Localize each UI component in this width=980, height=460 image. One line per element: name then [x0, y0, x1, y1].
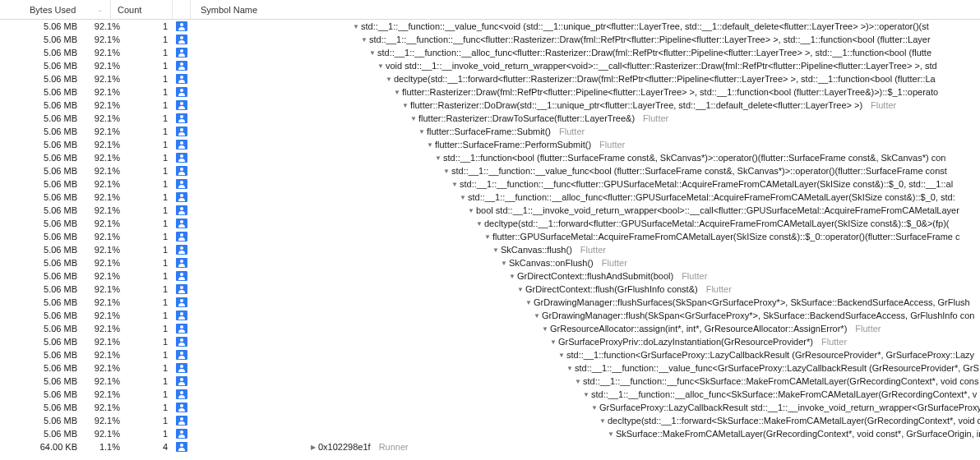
disclosure-open-icon[interactable]: [557, 351, 566, 359]
disclosure-open-icon[interactable]: [467, 206, 475, 214]
cell-source-icon[interactable]: [173, 363, 191, 373]
disclosure-open-icon[interactable]: [574, 377, 582, 385]
table-row[interactable]: 5.06 MB92.1%1SkCanvas::flush()Flutter: [0, 243, 980, 256]
column-header-count[interactable]: Count: [111, 0, 173, 19]
disclosure-open-icon[interactable]: [401, 101, 409, 109]
table-row[interactable]: 5.06 MB92.1%1GrDirectContext::flush(GrFl…: [0, 283, 980, 296]
cell-source-icon[interactable]: [173, 179, 191, 189]
cell-source-icon[interactable]: [173, 416, 191, 426]
disclosure-open-icon[interactable]: [385, 75, 393, 83]
disclosure-open-icon[interactable]: [377, 62, 385, 70]
disclosure-open-icon[interactable]: [590, 403, 599, 412]
disclosure-open-icon[interactable]: [566, 364, 574, 372]
table-row[interactable]: 5.06 MB92.1%1GrResourceAllocator::assign…: [0, 322, 980, 335]
cell-source-icon[interactable]: [173, 389, 191, 399]
cell-source-icon[interactable]: [173, 192, 191, 202]
disclosure-closed-icon[interactable]: [309, 443, 317, 451]
cell-source-icon[interactable]: [173, 245, 191, 255]
cell-source-icon[interactable]: [173, 376, 191, 386]
table-row[interactable]: 5.06 MB92.1%1std::__1::__function::__fun…: [0, 33, 980, 46]
cell-source-icon[interactable]: [173, 218, 191, 228]
disclosure-open-icon[interactable]: [352, 22, 360, 30]
cell-source-icon[interactable]: [173, 232, 191, 242]
disclosure-open-icon[interactable]: [549, 338, 557, 346]
cell-source-icon[interactable]: [173, 100, 191, 110]
cell-source-icon[interactable]: [173, 140, 191, 150]
disclosure-open-icon[interactable]: [607, 430, 615, 438]
table-row[interactable]: 5.06 MB92.1%1std::__1::__function::__val…: [0, 164, 980, 177]
disclosure-open-icon[interactable]: [475, 219, 483, 228]
disclosure-open-icon[interactable]: [525, 298, 533, 306]
disclosure-open-icon[interactable]: [508, 272, 516, 280]
table-row[interactable]: 5.06 MB92.1%1GrDrawingManager::flushSurf…: [0, 296, 980, 309]
cell-source-icon[interactable]: [173, 429, 191, 439]
cell-source-icon[interactable]: [173, 297, 191, 307]
table-row[interactable]: 5.06 MB92.1%1std::__1::function<bool (fl…: [0, 151, 980, 164]
table-row[interactable]: 5.06 MB92.1%1std::__1::__function::__fun…: [0, 375, 980, 388]
cell-source-icon[interactable]: [173, 166, 191, 176]
disclosure-open-icon[interactable]: [451, 180, 459, 188]
table-row[interactable]: 5.06 MB92.1%1flutter::Rasterizer::DrawTo…: [0, 112, 980, 125]
disclosure-open-icon[interactable]: [492, 246, 500, 254]
cell-source-icon[interactable]: [173, 337, 191, 347]
table-row[interactable]: 5.06 MB92.1%1std::__1::function<GrSurfac…: [0, 348, 980, 361]
table-row[interactable]: 5.06 MB92.1%1SkSurface::MakeFromCAMetalL…: [0, 427, 980, 440]
disclosure-open-icon[interactable]: [360, 35, 368, 44]
cell-source-icon[interactable]: [173, 34, 191, 44]
table-row[interactable]: 5.06 MB92.1%1GrSurfaceProxy::LazyCallbac…: [0, 401, 980, 414]
disclosure-open-icon[interactable]: [368, 48, 377, 57]
table-row[interactable]: 5.06 MB92.1%1std::__1::__function::__all…: [0, 191, 980, 204]
cell-source-icon[interactable]: [173, 324, 191, 334]
cell-source-icon[interactable]: [173, 74, 191, 84]
cell-source-icon[interactable]: [173, 310, 191, 320]
table-row[interactable]: 5.06 MB92.1%1std::__1::__function::__fun…: [0, 177, 980, 191]
disclosure-open-icon[interactable]: [442, 167, 451, 175]
table-row[interactable]: 5.06 MB92.1%1flutter::Rasterizer::Draw(f…: [0, 85, 980, 99]
disclosure-open-icon[interactable]: [533, 311, 541, 320]
table-row[interactable]: 5.06 MB92.1%1std::__1::__function::__all…: [0, 388, 980, 401]
cell-source-icon[interactable]: [173, 87, 191, 97]
table-row[interactable]: 5.06 MB92.1%1std::__1::__function::__val…: [0, 361, 980, 375]
table-row[interactable]: 5.06 MB92.1%1void std::__1::__invoke_voi…: [0, 59, 980, 72]
disclosure-open-icon[interactable]: [516, 285, 525, 293]
cell-source-icon[interactable]: [173, 48, 191, 58]
table-row[interactable]: 5.06 MB92.1%1std::__1::__function::__val…: [0, 20, 980, 33]
disclosure-open-icon[interactable]: [393, 88, 401, 96]
table-row[interactable]: 5.06 MB92.1%1GrDrawingManager::flush(SkS…: [0, 309, 980, 322]
cell-source-icon[interactable]: [173, 284, 191, 294]
cell-source-icon[interactable]: [173, 442, 191, 452]
cell-source-icon[interactable]: [173, 205, 191, 215]
table-row[interactable]: 5.06 MB92.1%1flutter::GPUSurfaceMetal::A…: [0, 230, 980, 243]
cell-source-icon[interactable]: [173, 61, 191, 71]
disclosure-open-icon[interactable]: [409, 114, 418, 122]
disclosure-open-icon[interactable]: [418, 127, 426, 136]
table-row[interactable]: 5.06 MB92.1%1flutter::SurfaceFrame::Perf…: [0, 138, 980, 151]
table-row[interactable]: 5.06 MB92.1%1SkCanvas::onFlush()Flutter: [0, 256, 980, 269]
table-row[interactable]: 5.06 MB92.1%1decltype(std::__1::forward<…: [0, 217, 980, 230]
cell-source-icon[interactable]: [173, 113, 191, 123]
disclosure-open-icon[interactable]: [500, 259, 508, 267]
cell-source-icon[interactable]: [173, 21, 191, 31]
disclosure-open-icon[interactable]: [541, 324, 549, 333]
table-row[interactable]: 5.06 MB92.1%1GrSurfaceProxyPriv::doLazyI…: [0, 335, 980, 348]
cell-source-icon[interactable]: [173, 258, 191, 268]
cell-source-icon[interactable]: [173, 126, 191, 136]
cell-source-icon[interactable]: [173, 153, 191, 163]
column-header-bytes[interactable]: Bytes Used ⌄: [0, 0, 111, 19]
table-row[interactable]: 5.06 MB92.1%1std::__1::__function::__all…: [0, 46, 980, 59]
cell-source-icon[interactable]: [173, 350, 191, 360]
table-row[interactable]: 64.00 KB1.1%40x102298e1fRunner: [0, 440, 980, 453]
disclosure-open-icon[interactable]: [483, 232, 492, 241]
column-header-symbol[interactable]: Symbol Name: [191, 0, 980, 19]
table-row[interactable]: 5.06 MB92.1%1GrDirectContext::flushAndSu…: [0, 269, 980, 283]
cell-source-icon[interactable]: [173, 402, 191, 412]
table-row[interactable]: 5.06 MB92.1%1bool std::__1::__invoke_voi…: [0, 204, 980, 217]
disclosure-open-icon[interactable]: [434, 154, 442, 162]
disclosure-open-icon[interactable]: [599, 416, 607, 425]
disclosure-open-icon[interactable]: [459, 193, 467, 201]
column-header-icon[interactable]: [173, 0, 191, 19]
table-row[interactable]: 5.06 MB92.1%1decltype(std::__1::forward<…: [0, 414, 980, 427]
table-row[interactable]: 5.06 MB92.1%1flutter::Rasterizer::DoDraw…: [0, 99, 980, 112]
disclosure-open-icon[interactable]: [582, 390, 590, 398]
cell-source-icon[interactable]: [173, 271, 191, 281]
